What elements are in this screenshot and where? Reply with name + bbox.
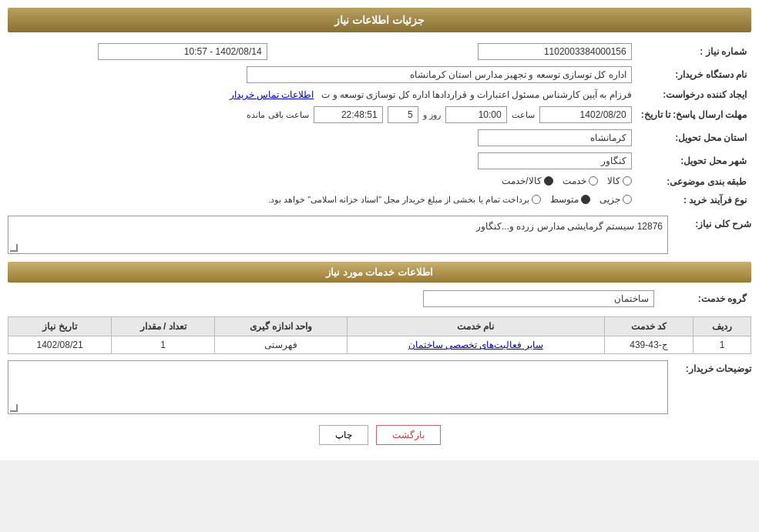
radio-jozi-circle <box>623 195 632 204</box>
col-unit: واحد اندازه گیری <box>215 317 348 336</box>
table-row: 1 ج-43-439 سایر فعالیت‌های تخصصی ساختمان… <box>8 336 751 354</box>
service-group-value-cell: ساختمان <box>8 287 659 310</box>
description-input[interactable]: 12876 سیستم گرمایشی مدارس زرده و...کنگاو… <box>8 216 668 254</box>
province-input: کرمانشاه <box>478 129 632 146</box>
page-title: جزئیات اطلاعات نیاز <box>8 8 751 32</box>
radio-motavaset-label: متوسط <box>550 194 579 205</box>
radio-kala-circle <box>623 176 632 186</box>
remaining-label: ساعت باقی مانده <box>247 110 308 120</box>
purchase-type-value-cell: جزیی متوسط برداخت تمام یا بخشی از مبلغ خ… <box>8 191 636 209</box>
cell-unit: فهرستی <box>215 336 348 354</box>
radio-khedmat-label: خدمت <box>563 176 586 186</box>
resize-handle[interactable] <box>10 244 18 252</box>
category-radio-group: کالا خدمت کالا/خدمت <box>502 176 631 186</box>
cell-quantity: 1 <box>112 336 215 354</box>
deadline-value-cell: 1402/08/20 ساعت 10:00 روز و 5 22:48:51 س… <box>8 103 636 126</box>
col-service-name: نام خدمت <box>347 317 604 336</box>
need-number-value: 1102003384000156 <box>395 40 636 63</box>
radio-motavaset-circle <box>581 195 590 204</box>
page-wrapper: جزئیات اطلاعات نیاز شماره نیاز : 1102003… <box>0 0 759 460</box>
requester-value: فرزام به آیین کارشناس مسئول اعتبارات و ق… <box>321 89 631 100</box>
days-label: روز و <box>423 110 441 120</box>
service-group-label: گروه خدمت: <box>659 287 751 310</box>
col-quantity: تعداد / مقدار <box>112 317 215 336</box>
description-text: 12876 سیستم گرمایشی مدارس زرده و...کنگاو… <box>476 221 663 232</box>
buyer-org-input: اداره کل توسازی توسعه و تجهیز مدارس استا… <box>247 66 632 83</box>
requester-value-cell: فرزام به آیین کارشناس مسئول اعتبارات و ق… <box>8 86 636 103</box>
purchase-type-row: نوع فرآیند خرید : جزیی متوسط برداخت تمام… <box>8 191 751 209</box>
category-value-cell: کالا خدمت کالا/خدمت <box>8 172 636 191</box>
province-value-cell: کرمانشاه <box>8 126 636 149</box>
city-value-cell: کنگاور <box>8 149 636 172</box>
radio-khedmat-circle <box>589 176 598 186</box>
response-days-input: 5 <box>388 106 418 123</box>
main-info-table: شماره نیاز : 1102003384000156 1402/08/14… <box>8 40 751 209</box>
cell-date: 1402/08/21 <box>8 336 112 354</box>
purchase-type-label: نوع فرآیند خرید : <box>636 191 751 209</box>
buyer-notes-section: توضیحات خریدار: <box>8 360 751 414</box>
buyer-notes-resize-handle[interactable] <box>10 404 18 412</box>
requester-label: ایجاد کننده درخواست: <box>636 86 751 103</box>
radio-esnad-label: برداخت تمام یا بخشی از مبلغ خریدار مجل "… <box>268 195 529 205</box>
purchase-type-jozi[interactable]: جزیی <box>599 194 632 205</box>
col-row-num: ردیف <box>694 317 751 336</box>
deadline-inline: 1402/08/20 ساعت 10:00 روز و 5 22:48:51 س… <box>12 106 632 123</box>
category-option-kala[interactable]: کالا <box>607 176 632 186</box>
services-table: ردیف کد خدمت نام خدمت واحد اندازه گیری ت… <box>8 316 751 354</box>
purchase-type-esnad[interactable]: برداخت تمام یا بخشی از مبلغ خریدار مجل "… <box>268 195 541 205</box>
buyer-notes-label: توضیحات خریدار: <box>674 360 751 374</box>
services-header-row: ردیف کد خدمت نام خدمت واحد اندازه گیری ت… <box>8 317 751 336</box>
purchase-type-motavaset[interactable]: متوسط <box>550 194 590 205</box>
cell-row-num: 1 <box>694 336 751 354</box>
response-time-input: 10:00 <box>445 106 507 123</box>
radio-kala-khedmat-label: کالا/خدمت <box>502 176 541 186</box>
services-table-body: 1 ج-43-439 سایر فعالیت‌های تخصصی ساختمان… <box>8 336 751 354</box>
province-row: استان محل تحویل: کرمانشاه <box>8 126 751 149</box>
service-info-header: اطلاعات خدمات مورد نیاز <box>8 262 751 283</box>
radio-esnad-circle <box>532 195 541 204</box>
category-label: طبقه بندی موضوعی: <box>636 172 751 191</box>
deadline-row: مهلت ارسال پاسخ: تا تاریخ: 1402/08/20 سا… <box>8 103 751 126</box>
city-label: شهر محل تحویل: <box>636 149 751 172</box>
radio-kala-khedmat-circle <box>544 176 553 186</box>
buttons-row: بازگشت چاپ <box>8 425 751 445</box>
purchase-type-radio-group: جزیی متوسط برداخت تمام یا بخشی از مبلغ خ… <box>268 194 632 205</box>
services-table-head: ردیف کد خدمت نام خدمت واحد اندازه گیری ت… <box>8 317 751 336</box>
description-label: شرح کلی نیاز: <box>674 216 751 229</box>
announcement-label-cell <box>272 40 395 63</box>
service-group-row: گروه خدمت: ساختمان <box>8 287 751 310</box>
need-number-input: 1102003384000156 <box>478 43 632 60</box>
radio-jozi-label: جزیی <box>599 194 620 205</box>
col-service-code: کد خدمت <box>604 317 693 336</box>
print-button[interactable]: چاپ <box>319 425 368 445</box>
col-date: تاریخ نیاز <box>8 317 112 336</box>
service-group-input: ساختمان <box>423 290 654 307</box>
back-button[interactable]: بازگشت <box>376 425 441 445</box>
category-option-khedmat[interactable]: خدمت <box>563 176 598 186</box>
requester-contact-link[interactable]: اطلاعات تماس خریدار <box>230 89 314 100</box>
announcement-date-cell: 1402/08/14 - 10:57 <box>8 40 272 63</box>
buyer-org-row: نام دستگاه خریدار: اداره کل توسازی توسعه… <box>8 63 751 86</box>
announcement-date-input: 1402/08/14 - 10:57 <box>98 43 267 60</box>
deadline-label: مهلت ارسال پاسخ: تا تاریخ: <box>636 103 751 126</box>
province-label: استان محل تحویل: <box>636 126 751 149</box>
city-row: شهر محل تحویل: کنگاور <box>8 149 751 172</box>
buyer-org-label: نام دستگاه خریدار: <box>636 63 751 86</box>
category-option-kala-khedmat[interactable]: کالا/خدمت <box>502 176 552 186</box>
requester-row: ایجاد کننده درخواست: فرزام به آیین کارشن… <box>8 86 751 103</box>
remaining-time-input: 22:48:51 <box>314 106 383 123</box>
city-input: کنگاور <box>478 152 632 169</box>
need-number-row: شماره نیاز : 1102003384000156 1402/08/14… <box>8 40 751 63</box>
service-group-table: گروه خدمت: ساختمان <box>8 287 751 310</box>
response-date-input: 1402/08/20 <box>539 106 632 123</box>
buyer-org-value-cell: اداره کل توسازی توسعه و تجهیز مدارس استا… <box>8 63 636 86</box>
category-row: طبقه بندی موضوعی: کالا خدمت کالا/خدمت <box>8 172 751 191</box>
time-label: ساعت <box>512 110 535 120</box>
radio-kala-label: کالا <box>607 176 620 186</box>
buyer-notes-input[interactable] <box>8 360 668 414</box>
need-number-label: شماره نیاز : <box>636 40 751 63</box>
cell-service-code: ج-43-439 <box>604 336 693 354</box>
cell-service-name[interactable]: سایر فعالیت‌های تخصصی ساختمان <box>347 336 604 354</box>
description-section: شرح کلی نیاز: 12876 سیستم گرمایشی مدارس … <box>8 216 751 254</box>
